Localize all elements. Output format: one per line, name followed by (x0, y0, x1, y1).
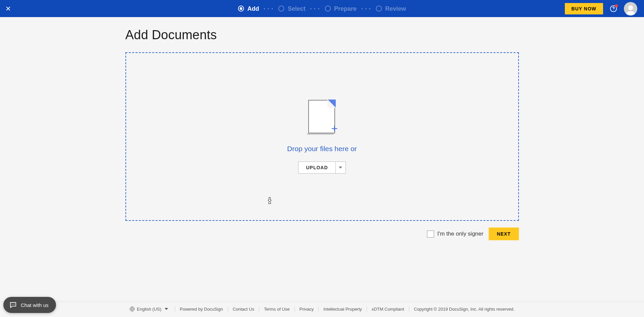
step-radio-icon (376, 6, 382, 12)
caret-down-icon (165, 308, 168, 310)
caret-down-icon (339, 167, 342, 169)
footer-link-ip[interactable]: Intellectual Property (319, 307, 367, 312)
document-add-icon: + (307, 100, 337, 137)
footer-link-privacy[interactable]: Privacy (295, 307, 319, 312)
step-separator: • • • (310, 6, 320, 11)
upload-dropdown-toggle[interactable] (336, 162, 346, 174)
step-label: Add (248, 5, 259, 12)
step-label: Prepare (334, 5, 357, 12)
progress-steps: Add • • • Select • • • Prepare • • • Rev… (238, 5, 406, 12)
notification-dot-icon (615, 4, 618, 7)
language-selector[interactable]: English (US) (125, 306, 175, 312)
step-add[interactable]: Add (238, 5, 259, 12)
language-label: English (US) (137, 307, 161, 312)
svg-point-5 (13, 304, 13, 305)
step-prepare[interactable]: Prepare (325, 5, 357, 12)
chat-icon (9, 302, 17, 308)
globe-icon (129, 306, 135, 312)
checkbox-icon (427, 231, 434, 238)
footer-link-terms[interactable]: Terms of Use (259, 307, 295, 312)
step-review[interactable]: Review (376, 5, 406, 12)
footer-link-contact[interactable]: Contact Us (228, 307, 259, 312)
step-separator: • • • (264, 6, 274, 11)
main-content: Add Documents + Drop your files here or … (125, 17, 519, 240)
only-signer-checkbox[interactable]: I'm the only signer (427, 231, 483, 238)
action-row: I'm the only signer NEXT (125, 228, 519, 240)
file-dropzone[interactable]: + Drop your files here or UPLOAD (125, 52, 519, 221)
close-icon: ✕ (5, 5, 11, 13)
step-select[interactable]: Select (278, 5, 306, 12)
footer: English (US) Powered by DocuSign Contact… (0, 302, 644, 317)
page-title: Add Documents (125, 28, 519, 42)
avatar-icon (625, 4, 636, 15)
step-radio-icon (325, 6, 331, 12)
upload-button[interactable]: UPLOAD (298, 162, 335, 174)
close-button[interactable]: ✕ (4, 5, 12, 13)
next-button[interactable]: NEXT (489, 228, 519, 240)
svg-point-2 (628, 5, 633, 10)
footer-link-xdtm[interactable]: xDTM Compliant (367, 307, 409, 312)
step-radio-icon (238, 6, 244, 12)
drop-instructions: Drop your files here or (287, 145, 357, 153)
svg-point-6 (14, 304, 15, 305)
header-bar: ✕ Add • • • Select • • • Prepare • • • R… (0, 0, 644, 17)
buy-now-button[interactable]: BUY NOW (565, 3, 603, 14)
step-label: Review (385, 5, 406, 12)
step-radio-icon (278, 6, 284, 12)
step-label: Select (288, 5, 306, 12)
help-button[interactable] (610, 5, 617, 12)
svg-point-4 (11, 304, 12, 305)
profile-avatar[interactable] (624, 2, 637, 15)
chat-label: Chat with us (21, 302, 49, 308)
chat-widget[interactable]: Chat with us (3, 297, 56, 313)
header-actions: BUY NOW (565, 2, 637, 15)
footer-link-powered[interactable]: Powered by DocuSign (175, 307, 228, 312)
footer-copyright: Copyright © 2019 DocuSign, Inc. All righ… (409, 307, 519, 312)
upload-button-group: UPLOAD (298, 162, 345, 174)
svg-point-1 (613, 10, 613, 10)
step-separator: • • • (361, 6, 371, 11)
only-signer-label: I'm the only signer (437, 231, 483, 237)
